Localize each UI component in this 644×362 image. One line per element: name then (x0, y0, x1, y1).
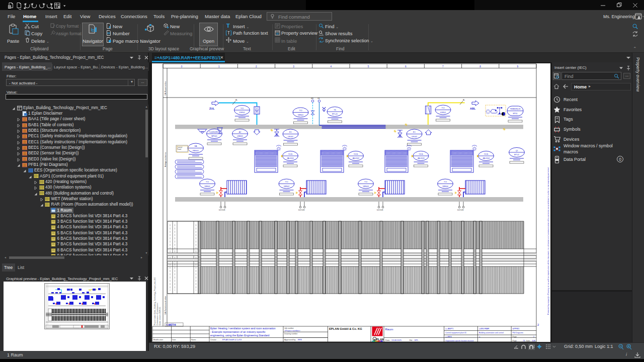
svg-text:Page: Page (513, 336, 517, 338)
svg-text:Approved by: Approved by (284, 338, 295, 341)
svg-text:=480.RAR: =480.RAR (479, 327, 489, 330)
svg-text:Name: Name (191, 339, 196, 341)
svg-text:MB: MB (311, 98, 313, 100)
svg-text:QM001: QM001 (237, 135, 243, 137)
svg-text:7: 7 (442, 65, 444, 68)
svg-text:YCI: YCI (364, 181, 367, 183)
svg-text:GA Funktionsstruktur: GA Funktionsstruktur (164, 296, 167, 315)
svg-text:TEME(RI)LIK: TEME(RI)LIK (510, 108, 521, 110)
svg-text:MP001: MP001 (211, 135, 217, 137)
svg-text:2: 2 (256, 65, 257, 68)
svg-text:YCI: YCI (240, 108, 244, 110)
svg-text:6: 6 (405, 65, 407, 68)
svg-text:Eplan ‘Heating / ventilation s: Eplan ‘Heating / ventilation system and … (210, 327, 276, 330)
svg-text:YICS: YICS (354, 153, 358, 155)
svg-text:T.Q(I)S(I)R(C): T.Q(I)S(I)R(C) (209, 131, 220, 133)
svg-text:Anlagenschema: Anlagenschema (164, 152, 167, 167)
svg-text:13.08.2025: 13.08.2025 (391, 339, 402, 341)
svg-text:YCI: YCI (285, 181, 288, 183)
svg-text:Raum: Raum (385, 328, 393, 331)
svg-text:3: 3 (293, 65, 294, 68)
svg-text:Eplan version 2026.0.1: Eplan version 2026.0.1 (159, 307, 161, 325)
svg-text:A2: A2 (239, 131, 241, 133)
svg-text:Panel: Panel (177, 148, 181, 150)
svg-text:EPL: EPL (415, 339, 419, 341)
svg-text:YICS: YICS (288, 153, 293, 155)
svg-text:YCI: YCI (299, 110, 302, 112)
svg-text:Control equipment plant 01: Control equipment plant 01 (445, 332, 466, 334)
svg-text:Page: Page (513, 340, 517, 342)
svg-text:Protected by copyright. Passin: Protected by copyright. Passing on as we… (547, 167, 549, 315)
svg-text:VEN01: VEN01 (204, 186, 210, 188)
svg-text:ZUL: ZUL (209, 107, 215, 110)
svg-text:=+EES: =+EES (445, 335, 452, 338)
svg-text:from: from (526, 340, 530, 342)
svg-text:Building automation and contro: Building automation and control (479, 332, 504, 334)
svg-text:GA Raum/strlen: GA Raum/strlen (164, 81, 167, 96)
svg-text:VEN03: VEN03 (363, 186, 368, 188)
svg-text:YCI: YCI (442, 107, 445, 109)
svg-text:K2V K2R: K2V K2R (457, 209, 464, 211)
svg-text:EES: EES (298, 338, 302, 341)
svg-text:EP+01: EP+01 (332, 113, 338, 115)
svg-text:4: 4 (331, 65, 332, 68)
svg-text:AL: AL (463, 99, 465, 101)
svg-text:EC: EC (289, 131, 292, 133)
svg-text:108: 108 (532, 339, 535, 342)
svg-text:P&I Diagrams: P&I Diagrams (513, 332, 524, 334)
svg-text:Commission <Commission>: Commission <Commission> (156, 303, 158, 325)
svg-text:EP-01: EP-01 (514, 154, 519, 156)
svg-text:QI: QI (516, 150, 518, 152)
svg-text:73: 73 (523, 339, 525, 342)
svg-text:AL: AL (235, 99, 237, 101)
svg-text:YICS: YICS (484, 153, 489, 155)
svg-text:JAL0102: JAL0102 (352, 157, 359, 159)
svg-text:ABL: ABL (470, 107, 476, 110)
svg-text:PLAN: PLAN (376, 338, 384, 341)
svg-text:Modification: Modification (153, 339, 163, 341)
svg-text:LEU02: LEU02 (412, 136, 417, 138)
svg-text:EC: EC (413, 131, 416, 133)
svg-text:9: 9 (517, 65, 519, 68)
svg-text:YCI: YCI (206, 181, 209, 183)
svg-text:JAL0101: JAL0101 (287, 157, 294, 159)
svg-text:Ed.: Ed. (410, 339, 413, 341)
svg-text:K2V K2R: K2V K2R (298, 209, 305, 211)
svg-text:- Example representation of an: - Example representation of an industry-… (210, 330, 266, 333)
svg-text:5: 5 (368, 65, 369, 68)
svg-text:Creator: Creator (210, 339, 217, 341)
svg-text:JAL0104: JAL0104 (482, 157, 490, 159)
svg-text:YCI: YCI (444, 181, 447, 183)
svg-text:LEU01: LEU01 (288, 136, 293, 138)
svg-text:VEN04: VEN04 (442, 186, 448, 188)
svg-text:EPLAN GmbH & Co.KG: EPLAN GmbH & Co.KG (222, 339, 242, 341)
svg-text:K2V K2R: K2V K2R (219, 209, 225, 211)
svg-text:&PFB1: &PFB1 (513, 327, 520, 330)
svg-text:VEN02: VEN02 (284, 186, 289, 188)
svg-text:Date: Date (385, 339, 390, 341)
svg-text:VB: VB (317, 98, 319, 100)
svg-text:=+ASP1: =+ASP1 (445, 327, 454, 330)
svg-text:engineering, using the Eplan E: engineering, using the Eplan Engineering… (210, 334, 269, 337)
svg-text:K2V K2R: K2V K2R (377, 209, 383, 211)
svg-text:RBG01: RBG01 (193, 150, 199, 152)
svg-text:HA: HA (195, 145, 198, 147)
svg-text:VVR01: VVR01 (239, 112, 245, 114)
svg-text:8: 8 (479, 65, 481, 68)
svg-text:=.WET/4: =.WET/4 (166, 323, 176, 326)
svg-text:Project name Eplan_Building_: Project name Eplan_Building_Technology_P… (154, 277, 156, 325)
svg-text:JAL0103: JAL0103 (417, 157, 424, 159)
svg-text:0: 0 (181, 65, 183, 68)
svg-text:VVR01: VVR01 (440, 112, 446, 114)
svg-text:<Project number>: <Project number> (284, 329, 300, 332)
svg-text:Organization specific location: Organization specific location structure (445, 340, 474, 342)
svg-text:EPLAN GmbH & Co. KG: EPLAN GmbH & Co. KG (329, 327, 362, 330)
svg-text:YICS: YICS (419, 153, 423, 155)
svg-text:1: 1 (218, 65, 220, 68)
svg-text:EP01: EP01 (513, 113, 518, 115)
svg-text:Date: Date (172, 339, 176, 341)
svg-text:TK: TK (334, 109, 336, 111)
svg-text:VEN01: VEN01 (298, 114, 303, 116)
svg-text:Drawing number: Drawing number (284, 333, 298, 335)
